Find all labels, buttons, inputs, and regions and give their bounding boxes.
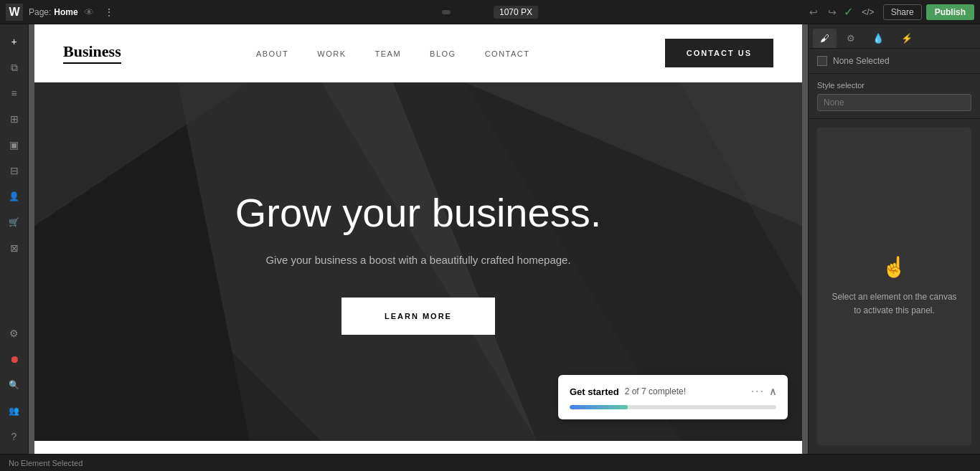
apps-icon[interactable]: ⊠ bbox=[3, 237, 26, 260]
get-started-panel: Get started 2 of 7 complete! ··· ∧ bbox=[558, 375, 788, 419]
help-icon[interactable]: ? bbox=[3, 425, 26, 448]
top-bar-center: 1070 PX bbox=[442, 6, 538, 19]
status-icon: ✓ bbox=[844, 5, 853, 19]
get-started-header: Get started 2 of 7 complete! ··· ∧ bbox=[570, 385, 776, 398]
interactions-tab[interactable]: ⚡ bbox=[894, 29, 920, 48]
desktop-view-button[interactable] bbox=[442, 10, 451, 14]
app-logo: W bbox=[6, 4, 23, 21]
nav-team[interactable]: TEAM bbox=[375, 49, 402, 58]
components-icon[interactable]: ⊞ bbox=[3, 108, 26, 130]
tablet-view-button[interactable] bbox=[455, 10, 463, 14]
nav-links: ABOUT WORK TEAM BLOG CONTACT bbox=[256, 47, 530, 60]
progress-bar bbox=[570, 405, 776, 409]
none-selected-row: None Selected bbox=[809, 49, 980, 74]
hint-text: Select an element on the canvas to activ… bbox=[831, 290, 957, 318]
members-icon[interactable]: 👤 bbox=[3, 185, 26, 208]
canvas-width-display: 1070 PX bbox=[494, 6, 538, 19]
preview-nav: Business ABOUT WORK TEAM BLOG CONTACT CO… bbox=[34, 24, 802, 82]
left-sidebar: + ⧉ ≡ ⊞ ▣ ⊟ 👤 🛒 ⊠ ⚙ ⏺ 🔍 👥 ? bbox=[0, 24, 29, 454]
top-bar-right: ↩ ↪ ✓ </> Share Publish bbox=[806, 4, 974, 20]
ecommerce-icon[interactable]: 🛒 bbox=[3, 211, 26, 234]
site-logo: Business bbox=[63, 42, 121, 64]
more-options-button[interactable]: ⋮ bbox=[100, 4, 118, 20]
cms-icon[interactable]: ⊟ bbox=[3, 159, 26, 182]
search-icon[interactable]: 🔍 bbox=[3, 374, 26, 396]
undo-button[interactable]: ↩ bbox=[806, 5, 821, 19]
gs-left: Get started 2 of 7 complete! bbox=[570, 386, 686, 397]
publish-button[interactable]: Publish bbox=[926, 4, 974, 20]
gs-title: Get started bbox=[570, 386, 619, 397]
gs-actions: ··· ∧ bbox=[751, 385, 776, 398]
website-preview: Business ABOUT WORK TEAM BLOG CONTACT CO… bbox=[34, 24, 802, 454]
share-button[interactable]: Share bbox=[883, 4, 922, 20]
team-icon[interactable]: 👥 bbox=[3, 399, 26, 422]
code-view-button[interactable]: </> bbox=[857, 5, 878, 19]
hero-section: Grow your business. Give your business a… bbox=[34, 82, 802, 441]
status-bar: No Element Selected bbox=[0, 454, 980, 471]
right-panel: 🖌 ⚙ 💧 ⚡ None Selected Style selector ☝ S… bbox=[808, 24, 980, 454]
color-tab[interactable]: 💧 bbox=[865, 29, 891, 48]
layers-icon[interactable]: ≡ bbox=[3, 82, 26, 105]
none-selected-checkbox bbox=[817, 56, 827, 66]
status-text: No Element Selected bbox=[9, 459, 83, 467]
style-selector-input[interactable] bbox=[817, 94, 971, 111]
page-name: Home bbox=[54, 7, 77, 17]
nav-blog[interactable]: BLOG bbox=[430, 49, 456, 58]
hero-title: Grow your business. bbox=[235, 189, 601, 237]
hero-subtitle: Give your business a boost with a beauti… bbox=[239, 252, 598, 269]
mobile-landscape-button[interactable] bbox=[468, 10, 476, 14]
settings-tab[interactable]: ⚙ bbox=[839, 29, 862, 48]
select-element-hint: ☝ Select an element on the canvas to act… bbox=[817, 128, 971, 445]
gs-more-button[interactable]: ··· bbox=[751, 385, 765, 398]
page-text: Page: bbox=[29, 7, 51, 17]
gs-badge: 2 of 7 complete! bbox=[625, 386, 686, 396]
none-selected-label: None Selected bbox=[833, 56, 890, 66]
style-selector-section: Style selector bbox=[809, 74, 980, 119]
nav-work[interactable]: WORK bbox=[317, 49, 346, 58]
main-layout: + ⧉ ≡ ⊞ ▣ ⊟ 👤 🛒 ⊠ ⚙ ⏺ 🔍 👥 ? Business ABO… bbox=[0, 24, 980, 454]
pages-icon[interactable]: ⧉ bbox=[3, 56, 26, 79]
style-tab[interactable]: 🖌 bbox=[813, 29, 837, 48]
learn-more-button[interactable]: LEARN MORE bbox=[341, 298, 495, 335]
top-bar-left: W Page: Home 👁 ⋮ bbox=[6, 4, 118, 21]
add-element-icon[interactable]: + bbox=[3, 30, 26, 53]
nav-contact[interactable]: CONTACT bbox=[485, 49, 530, 58]
top-bar: W Page: Home 👁 ⋮ 1070 PX ↩ ↪ ✓ </> Share… bbox=[0, 0, 980, 24]
contact-us-button[interactable]: CONTACT US bbox=[665, 39, 773, 67]
progress-fill bbox=[570, 405, 628, 409]
hero-content: Grow your business. Give your business a… bbox=[221, 160, 616, 363]
right-panel-tabs: 🖌 ⚙ 💧 ⚡ bbox=[809, 24, 980, 49]
assets-icon[interactable]: ▣ bbox=[3, 133, 26, 156]
cursor-icon: ☝ bbox=[882, 255, 907, 279]
mobile-view-button[interactable] bbox=[481, 10, 489, 14]
redo-button[interactable]: ↪ bbox=[825, 5, 839, 19]
canvas-area[interactable]: Business ABOUT WORK TEAM BLOG CONTACT CO… bbox=[29, 24, 808, 454]
page-label: Page: Home bbox=[29, 7, 78, 17]
style-selector-label: Style selector bbox=[817, 81, 971, 90]
gs-close-button[interactable]: ∧ bbox=[769, 386, 776, 397]
settings-icon[interactable]: ⚙ bbox=[3, 322, 26, 345]
record-icon[interactable]: ⏺ bbox=[3, 348, 26, 371]
eye-icon[interactable]: 👁 bbox=[84, 6, 94, 18]
nav-about[interactable]: ABOUT bbox=[256, 49, 288, 58]
